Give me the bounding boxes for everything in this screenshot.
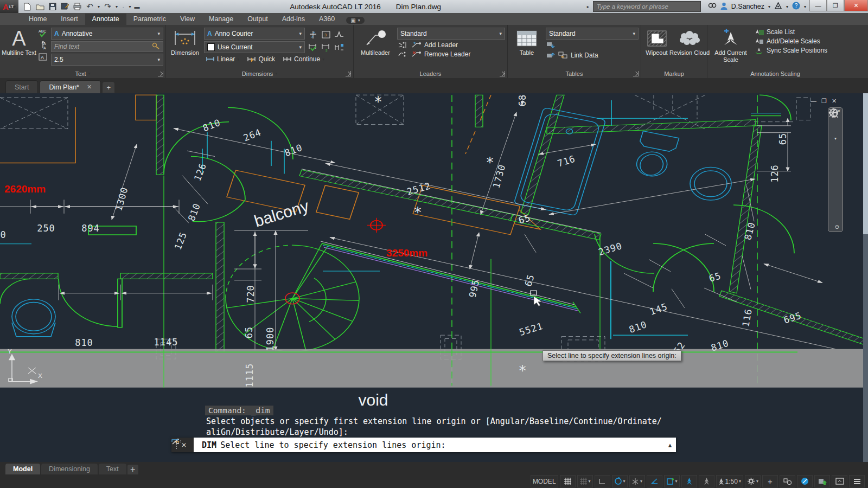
user-menu-caret[interactable]: ▾ — [768, 4, 770, 9]
polar-tracking-icon[interactable]: ▾ — [612, 475, 628, 487]
annotation-visibility-icon[interactable] — [681, 475, 697, 487]
annotation-monitor-icon[interactable]: + — [762, 475, 778, 487]
mleader-align-icon[interactable] — [397, 41, 408, 49]
file-tab-close-icon[interactable]: ✕ — [87, 84, 92, 91]
ribbon-tab-annotate[interactable]: Annotate — [85, 14, 126, 25]
panel-label-dimensions[interactable]: Dimensions▾ — [166, 69, 353, 78]
print-icon[interactable] — [73, 2, 82, 11]
text-dialog-launcher[interactable] — [158, 71, 163, 76]
find-text-search-icon[interactable] — [152, 42, 160, 51]
customization-menu-icon[interactable] — [849, 475, 865, 487]
model-space-button[interactable]: MODEL — [531, 475, 558, 487]
osnap-tracking-icon[interactable] — [647, 475, 662, 487]
revision-cloud-button[interactable]: Revision Cloud▾ — [674, 27, 705, 69]
command-close-icon[interactable]: ✕ — [181, 441, 187, 449]
ribbon-tab-insert[interactable]: Insert — [54, 14, 85, 25]
ribbon-tab-add-ins[interactable]: Add-ins — [275, 14, 312, 25]
panel-label-annotation-scaling[interactable]: Annotation Scaling — [707, 69, 843, 78]
table-style-dropdown[interactable]: Standard▾ — [546, 28, 639, 40]
snap-grid-icon[interactable] — [560, 475, 576, 487]
help-icon[interactable]: ? — [792, 2, 800, 11]
close-button[interactable]: ✕ — [844, 0, 868, 11]
new-layout-button[interactable]: + — [127, 465, 138, 474]
extract-data-icon[interactable] — [546, 41, 556, 49]
command-input-field[interactable]: DIM Select line to specify extension lin… — [194, 438, 676, 452]
scale-list-icon[interactable] — [754, 28, 764, 36]
ortho-mode-icon[interactable] — [595, 475, 610, 487]
quick-dimension-button[interactable]: Quick — [245, 55, 277, 63]
linear-dimension-button[interactable]: Linear▾ — [204, 55, 241, 63]
layout-tab-model[interactable]: Model — [5, 464, 40, 474]
grid-display-icon[interactable]: ▾ — [577, 475, 593, 487]
drawing-viewport[interactable]: Y X 810264810126810130012525089402512173… — [0, 93, 868, 462]
undo-icon[interactable]: ↶ — [85, 2, 94, 11]
signed-in-user[interactable]: D.Sanchez — [731, 3, 764, 10]
scale-list-button[interactable]: Scale List — [767, 28, 795, 36]
help-caret[interactable]: ▾ — [804, 4, 806, 9]
redo-icon[interactable]: ↷ — [103, 2, 112, 11]
panel-label-text[interactable]: Text▾ — [0, 69, 165, 78]
sync-scale-positions-icon[interactable] — [754, 47, 764, 54]
panel-label-tables[interactable]: Tables — [508, 69, 641, 78]
save-as-icon[interactable] — [60, 2, 69, 11]
a360-caret[interactable]: ▾ — [786, 4, 788, 9]
multiline-text-button[interactable]: A Multiline Text▾ — [2, 27, 36, 69]
ribbon-tab-view[interactable]: View — [173, 14, 202, 25]
navigation-bar[interactable]: ✕ 2D ▾ ⊖ — [828, 107, 843, 232]
trusted-locations-icon[interactable] — [814, 475, 830, 487]
add-current-scale-button[interactable]: Add Current Scale▾ — [710, 27, 752, 69]
dim-update-icon[interactable] — [307, 42, 319, 54]
viewport-minimize-icon[interactable]: — — [810, 98, 816, 105]
viewport-restore-icon[interactable]: ❐ — [821, 98, 827, 105]
add-delete-scales-button[interactable]: Add/Delete Scales — [767, 37, 820, 45]
layout-tab-dimensioning[interactable]: Dimensioning — [41, 464, 98, 474]
multileader-button[interactable]: Multileader — [356, 27, 395, 69]
ribbon-tab-parametric[interactable]: Parametric — [126, 14, 173, 25]
scrollbar-thumb[interactable] — [863, 93, 868, 234]
add-leader-button[interactable]: Add Leader — [424, 41, 458, 49]
add-leader-icon[interactable] — [411, 41, 422, 49]
ribbon-tab-manage[interactable]: Manage — [202, 14, 240, 25]
remove-leader-icon[interactable] — [411, 50, 422, 58]
panel-label-markup[interactable]: Markup — [641, 69, 707, 78]
minimize-button[interactable]: — — [809, 0, 827, 11]
open-file-icon[interactable] — [35, 2, 44, 11]
isolate-objects-icon[interactable] — [780, 475, 795, 487]
link-data-icon[interactable] — [558, 51, 568, 59]
search-input[interactable]: Type a keyword or phrase — [593, 1, 701, 12]
dim-layer-dropdown[interactable]: Use Current▾ — [204, 41, 305, 53]
hardware-acceleration-icon[interactable] — [797, 475, 813, 487]
reassociate-icon[interactable] — [333, 42, 345, 54]
command-input-bar[interactable]: ✕ DIM Select line to specify extension l… — [171, 438, 676, 452]
navbar-collapse-icon[interactable]: ⊖ — [835, 224, 839, 230]
isometric-drafting-icon[interactable]: ▾ — [629, 475, 645, 487]
ribbon-tab-a360[interactable]: A360 — [312, 14, 342, 25]
adjust-space-icon[interactable]: 3 — [320, 29, 332, 41]
a360-icon[interactable] — [774, 2, 782, 11]
undo-caret[interactable]: ▾ — [98, 4, 100, 9]
add-delete-scales-icon[interactable] — [754, 37, 764, 45]
command-expand-caret[interactable]: ▲ — [668, 442, 672, 448]
tables-dialog-launcher[interactable] — [633, 71, 639, 76]
text-align-icon[interactable]: AA — [38, 40, 49, 50]
workspace-gear-icon[interactable]: ▾ — [745, 475, 761, 487]
maximize-button[interactable]: ❐ — [827, 0, 844, 11]
jog-line-icon[interactable] — [333, 29, 345, 41]
new-file-icon[interactable] — [23, 2, 32, 11]
autocad-logo[interactable]: ALT▾ — [0, 0, 18, 13]
search-expand-caret[interactable]: ▸ — [587, 4, 589, 9]
vertical-scrollbar[interactable] — [863, 93, 868, 462]
wipeout-button[interactable]: Wipeout — [643, 27, 670, 69]
redo-caret[interactable]: ▾ — [116, 4, 118, 9]
save-icon[interactable] — [48, 2, 57, 11]
break-dimension-icon[interactable] — [307, 29, 319, 41]
link-data-button[interactable]: Link Data — [571, 52, 598, 59]
ribbon-tab-output[interactable]: Output — [240, 14, 275, 25]
find-text-input[interactable]: Find text — [51, 41, 163, 52]
leaders-dialog-launcher[interactable] — [500, 71, 505, 76]
file-tab-dim-plan-[interactable]: Dim Plan*✕ — [40, 80, 101, 93]
navbar-caret[interactable]: ▾ — [834, 136, 837, 141]
file-tab-start[interactable]: Start — [5, 80, 38, 93]
media-dropdown[interactable]: ▣▾ — [346, 17, 364, 24]
dim-override-icon[interactable]: s — [320, 42, 332, 54]
